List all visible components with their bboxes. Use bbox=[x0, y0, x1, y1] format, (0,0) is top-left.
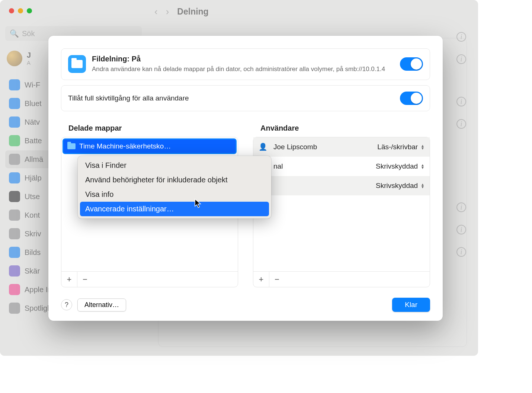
user-name: nal bbox=[273, 162, 376, 170]
chevron-updown-icon[interactable]: ▲▼ bbox=[421, 183, 424, 188]
sidebar-icon bbox=[9, 247, 20, 258]
info-icon[interactable]: i bbox=[456, 247, 466, 257]
user-initial: J bbox=[27, 51, 31, 60]
user-sub: A bbox=[27, 60, 31, 66]
sidebar-label: Kont bbox=[25, 211, 40, 220]
sidebar-label: Hjälp bbox=[25, 174, 42, 182]
info-icon[interactable]: i bbox=[456, 119, 466, 129]
folder-name: Time Machine-säkerhetsko… bbox=[79, 142, 171, 150]
context-menu: Visa i FinderAnvänd behörigheter för ink… bbox=[78, 156, 271, 218]
sidebar-icon bbox=[9, 210, 20, 221]
sidebar-icon bbox=[9, 191, 20, 202]
sidebar-icon bbox=[9, 135, 20, 146]
help-button[interactable]: ? bbox=[61, 299, 72, 310]
search-icon: 🔍 bbox=[10, 29, 19, 38]
info-icon[interactable]: i bbox=[456, 202, 466, 212]
file-sharing-dialog: Fildelning: På Andra användare kan nå de… bbox=[48, 36, 443, 321]
sidebar-icon bbox=[9, 265, 20, 277]
permission-select[interactable]: Läs-/skrivbar bbox=[377, 143, 418, 151]
window-controls bbox=[9, 8, 32, 13]
remove-folder-button[interactable]: − bbox=[77, 272, 93, 287]
sidebar-icon bbox=[9, 98, 20, 109]
sidebar-label: Skär bbox=[25, 267, 40, 275]
full-disk-toggle[interactable] bbox=[400, 92, 423, 105]
user-row[interactable]: 👤 Joe Lipscomb Läs-/skrivbar ▲▼ bbox=[253, 137, 430, 157]
sidebar-label: Utse bbox=[25, 192, 40, 201]
sidebar-icon bbox=[9, 303, 20, 314]
info-icon[interactable]: i bbox=[456, 54, 466, 64]
header-bar: ‹ › Delning bbox=[147, 0, 478, 23]
chevron-updown-icon[interactable]: ▲▼ bbox=[421, 164, 424, 169]
info-icon[interactable]: i bbox=[456, 97, 466, 106]
person-icon: 👤 bbox=[259, 143, 268, 151]
search-placeholder: Sök bbox=[22, 29, 35, 38]
permission-select[interactable]: Skrivskyddad bbox=[376, 162, 418, 170]
sidebar-label: Allmä bbox=[25, 155, 43, 164]
sidebar-label: Batte bbox=[25, 137, 42, 145]
context-menu-item[interactable]: Använd behörigheter för inkluderade obje… bbox=[80, 173, 269, 187]
close-icon[interactable] bbox=[9, 8, 14, 13]
shared-folders-header: Delade mappar bbox=[61, 124, 238, 132]
sidebar-icon bbox=[9, 228, 20, 239]
user-name: Joe Lipscomb bbox=[273, 143, 377, 151]
shared-folder-row[interactable]: Time Machine-säkerhetsko… bbox=[63, 138, 237, 154]
done-button[interactable]: Klar bbox=[392, 298, 430, 312]
chevron-updown-icon[interactable]: ▲▼ bbox=[421, 144, 424, 150]
zoom-icon[interactable] bbox=[27, 8, 32, 13]
sidebar-label: Skriv bbox=[25, 230, 41, 238]
permission-select[interactable]: Skrivskyddad bbox=[376, 182, 418, 190]
avatar bbox=[7, 51, 22, 66]
sidebar-label: Bluet bbox=[25, 99, 42, 108]
users-header: Användare bbox=[253, 124, 430, 132]
full-disk-card: Tillåt full skivtillgång för alla använd… bbox=[61, 85, 430, 111]
info-icon[interactable]: i bbox=[456, 32, 466, 42]
info-column: i i i i i i i bbox=[456, 32, 466, 257]
sidebar-label: Bilds bbox=[25, 248, 41, 257]
forward-icon[interactable]: › bbox=[166, 6, 169, 17]
remove-user-button[interactable]: − bbox=[269, 272, 285, 287]
back-icon[interactable]: ‹ bbox=[154, 6, 158, 17]
user-row[interactable]: Skrivskyddad ▲▼ bbox=[253, 176, 430, 195]
minimize-icon[interactable] bbox=[18, 8, 23, 13]
context-menu-item[interactable]: Visa i Finder bbox=[80, 158, 269, 173]
page-title: Delning bbox=[177, 7, 208, 17]
file-sharing-toggle[interactable] bbox=[400, 57, 423, 71]
context-menu-item[interactable]: Avancerade inställningar… bbox=[80, 202, 269, 216]
sidebar-label: Nätv bbox=[25, 118, 40, 127]
add-user-button[interactable]: + bbox=[253, 272, 269, 287]
sidebar-icon bbox=[9, 284, 20, 295]
sidebar-icon bbox=[9, 154, 20, 165]
folder-share-icon bbox=[68, 55, 86, 73]
full-disk-label: Tillåt full skivtillgång för alla använd… bbox=[68, 94, 394, 102]
file-sharing-title: Fildelning: På bbox=[92, 55, 394, 63]
sidebar-label: Wi-F bbox=[25, 81, 40, 89]
sidebar-icon bbox=[9, 116, 20, 128]
shared-folders-list[interactable]: Time Machine-säkerhetsko… Visa i FinderA… bbox=[61, 137, 238, 287]
add-folder-button[interactable]: + bbox=[61, 272, 77, 287]
options-button[interactable]: Alternativ… bbox=[77, 298, 126, 311]
user-row[interactable]: 👤 nal Skrivskyddad ▲▼ bbox=[253, 157, 430, 176]
sidebar-icon bbox=[9, 172, 20, 183]
info-icon[interactable]: i bbox=[456, 225, 466, 234]
file-sharing-subtitle: Andra användare kan nå delade mappar på … bbox=[92, 65, 394, 74]
context-menu-item[interactable]: Visa info bbox=[80, 187, 269, 202]
users-list[interactable]: 👤 Joe Lipscomb Läs-/skrivbar ▲▼👤 nal Skr… bbox=[253, 137, 430, 287]
sidebar-icon bbox=[9, 79, 20, 90]
folder-icon bbox=[67, 143, 76, 149]
file-sharing-card: Fildelning: På Andra användare kan nå de… bbox=[61, 48, 430, 80]
